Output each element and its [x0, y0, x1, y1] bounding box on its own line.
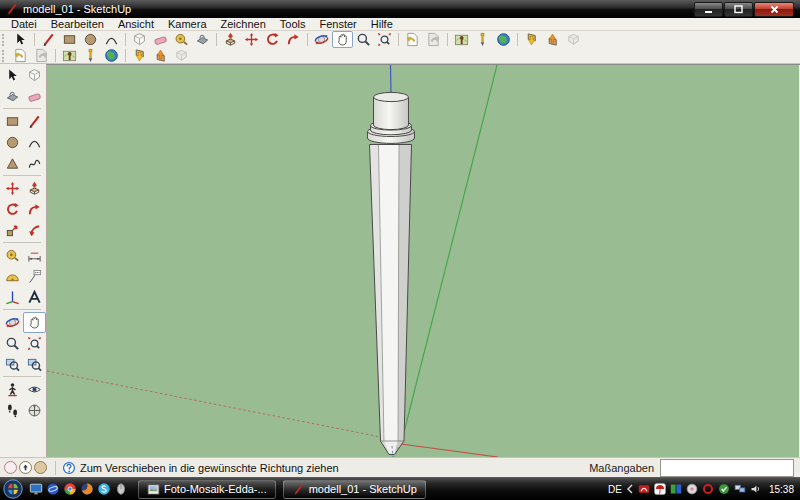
zoom-extents-button[interactable] [374, 31, 395, 48]
internet-explorer-icon[interactable] [46, 482, 60, 496]
lts-arc-button[interactable] [23, 132, 46, 153]
menu-kamera[interactable]: Kamera [161, 18, 214, 30]
lts-orbit-button[interactable] [1, 312, 24, 333]
mouse-utility-icon[interactable] [114, 482, 128, 496]
menu-hilfe[interactable]: Hilfe [364, 18, 400, 30]
menu-tools[interactable]: Tools [273, 18, 313, 30]
minimize-button[interactable] [694, 2, 723, 17]
orbit-tool-button[interactable] [311, 31, 332, 48]
follow-me-button[interactable] [283, 31, 304, 48]
get-models-button-2[interactable] [129, 47, 150, 64]
lts-pan-button[interactable] [23, 312, 46, 333]
tray-expand-chevron-icon[interactable] [626, 484, 634, 494]
network-tray-icon[interactable] [734, 483, 746, 495]
previous-view-button[interactable] [402, 31, 423, 48]
lts-offset-button[interactable] [23, 220, 46, 241]
lts-position-camera-button[interactable] [1, 379, 24, 400]
rectangle-tool-button[interactable] [59, 31, 80, 48]
toolbar-grip[interactable] [2, 34, 7, 46]
avira-tray-icon[interactable] [654, 483, 666, 495]
clock[interactable]: 15:38 [769, 484, 794, 495]
lts-follow-me-button[interactable] [23, 199, 46, 220]
next-view-button[interactable] [423, 31, 444, 48]
share-model-button[interactable] [542, 31, 563, 48]
status-attribution-icon-1[interactable] [4, 461, 17, 474]
titlebar[interactable]: modell_01 - SketchUp [0, 0, 800, 18]
maximize-button[interactable] [724, 2, 753, 17]
status-attribution-icon-3[interactable] [34, 461, 47, 474]
lts-zoom-extents-button[interactable] [23, 333, 46, 354]
push-pull-button[interactable] [220, 31, 241, 48]
lts-make-component-button[interactable] [23, 65, 46, 86]
volume-tray-icon[interactable] [750, 483, 762, 495]
add-location-button[interactable] [451, 31, 472, 48]
opera-tray-icon[interactable] [702, 483, 714, 495]
pan-tool-button[interactable] [332, 31, 353, 48]
chrome-icon[interactable] [63, 482, 77, 496]
get-models-button[interactable] [521, 31, 542, 48]
line-tool-button[interactable] [38, 31, 59, 48]
share-component-button[interactable] [563, 31, 584, 48]
lts-text-button[interactable] [23, 266, 46, 287]
start-button[interactable] [3, 479, 23, 499]
help-question-icon[interactable] [62, 461, 76, 475]
lts-section-plane-button[interactable] [23, 400, 46, 421]
toolbar-grip[interactable] [2, 50, 7, 62]
lts-move-button[interactable] [1, 178, 24, 199]
lts-zoom-button[interactable] [1, 333, 24, 354]
lts-axes-button[interactable] [1, 287, 24, 308]
share-model-button-2[interactable] [150, 47, 171, 64]
menu-fenster[interactable]: Fenster [312, 18, 363, 30]
dual-app-tray-icon[interactable] [670, 483, 682, 495]
taskbar-button-foto-mosaik[interactable]: Foto-Mosaik-Edda-... [138, 480, 276, 499]
share-component-button-2[interactable] [171, 47, 192, 64]
lts-polygon-button[interactable] [1, 153, 24, 174]
lts-3d-text-button[interactable] [23, 287, 46, 308]
taskbar-button-sketchup[interactable]: modell_01 - SketchUp [283, 480, 426, 499]
add-location-button-2[interactable] [59, 47, 80, 64]
tape-measure-button[interactable] [171, 31, 192, 48]
language-indicator[interactable]: DE [608, 484, 622, 495]
status-attribution-icon-2[interactable] [19, 461, 32, 474]
firefox-icon[interactable] [80, 482, 94, 496]
menu-datei[interactable]: Datei [4, 18, 44, 30]
measurements-input[interactable] [660, 459, 794, 477]
lts-eraser-button[interactable] [23, 86, 46, 107]
menu-zeichnen[interactable]: Zeichnen [214, 18, 273, 30]
lts-protractor-button[interactable] [1, 266, 24, 287]
show-desktop-icon[interactable] [29, 482, 43, 496]
move-tool-button[interactable] [241, 31, 262, 48]
lts-previous-zoom-button[interactable] [23, 354, 46, 375]
paint-bucket-button[interactable] [192, 31, 213, 48]
rotate-tool-button[interactable] [262, 31, 283, 48]
make-component-button[interactable] [129, 31, 150, 48]
previous-view-button-2[interactable] [10, 47, 31, 64]
close-button[interactable] [754, 2, 794, 17]
ati-tray-icon[interactable] [638, 483, 650, 495]
disc-tray-icon[interactable] [686, 483, 698, 495]
lts-look-around-button[interactable] [23, 379, 46, 400]
skype-icon[interactable] [97, 482, 111, 496]
google-earth-button[interactable] [493, 31, 514, 48]
lts-freehand-button[interactable] [23, 153, 46, 174]
lts-rotate-button[interactable] [1, 199, 24, 220]
eraser-tool-button[interactable] [150, 31, 171, 48]
toggle-terrain-button-2[interactable] [80, 47, 101, 64]
next-view-button-2[interactable] [31, 47, 52, 64]
lts-dimensions-button[interactable] [23, 245, 46, 266]
lts-circle-button[interactable] [1, 132, 24, 153]
lts-paint-bucket-button[interactable] [1, 86, 24, 107]
toggle-terrain-button[interactable] [472, 31, 493, 48]
zoom-tool-button[interactable] [353, 31, 374, 48]
lts-line-button[interactable] [23, 111, 46, 132]
google-earth-button-2[interactable] [101, 47, 122, 64]
sync-tray-icon[interactable] [718, 483, 730, 495]
circle-tool-button[interactable] [80, 31, 101, 48]
lts-zoom-window-button[interactable] [1, 354, 24, 375]
lts-rectangle-button[interactable] [1, 111, 24, 132]
lts-select-button[interactable] [1, 65, 24, 86]
drawing-viewport[interactable] [46, 64, 800, 457]
arc-tool-button[interactable] [101, 31, 122, 48]
select-tool-button[interactable] [10, 31, 31, 48]
lts-tape-measure-button[interactable] [1, 245, 24, 266]
